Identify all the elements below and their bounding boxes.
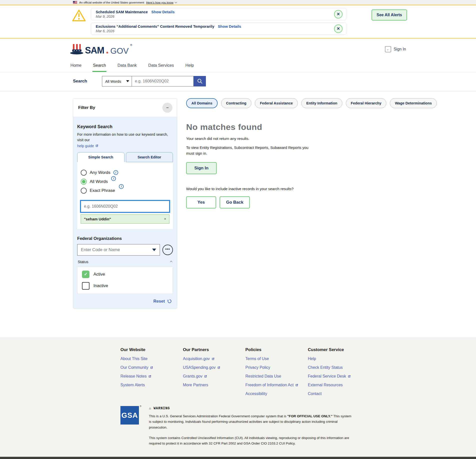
select-caret-icon (126, 80, 129, 82)
chevron-up-icon (170, 261, 172, 263)
footer-link[interactable]: External Resources (308, 383, 375, 387)
external-link-icon (150, 366, 153, 369)
footer-link[interactable]: Grants.gov (183, 374, 245, 379)
nav-item-search[interactable]: Search (92, 60, 106, 72)
footer-link-columns: Our Website About This Site Our Communit… (120, 347, 476, 396)
logo-star-icon: ★ (106, 51, 109, 55)
collapse-filters-button[interactable]: − (162, 103, 172, 113)
checkbox-label: Active (93, 272, 105, 277)
close-icon[interactable]: ✕ (334, 24, 343, 33)
checkbox-row-active[interactable]: ✓ Active (82, 271, 168, 278)
go-back-button[interactable]: Go Back (220, 196, 250, 208)
domain-chip-federal-assistance[interactable]: Federal Assistance (255, 98, 298, 108)
uncle-sam-hat-icon (70, 43, 83, 55)
show-details-link[interactable]: Show Details (218, 24, 241, 28)
filter-panel-body: Keyword Search For more information on h… (73, 117, 177, 308)
top-search-bar: Search All Words (0, 72, 476, 91)
tab-search-editor[interactable]: Search Editor (126, 152, 173, 162)
nav-item-help[interactable]: Help (185, 60, 194, 72)
header-sign-in-link[interactable]: ← Sign In (385, 46, 406, 52)
more-options-button[interactable]: ••• (162, 245, 173, 255)
footer-link[interactable]: Terms of Use (245, 357, 308, 361)
footer-link[interactable]: More Partners (183, 383, 245, 387)
external-link-icon (95, 144, 98, 147)
close-icon[interactable]: ✕ (334, 10, 343, 18)
footer-link[interactable]: System Alerts (120, 383, 183, 387)
remove-chip-icon[interactable]: × (164, 217, 166, 221)
federal-organizations-row: Enter Code or Name ••• (77, 244, 173, 256)
logo-text-gov: GOV (110, 47, 129, 55)
footer-column-heading: Our Partners (183, 347, 245, 352)
info-icon[interactable]: i (113, 170, 118, 175)
external-link-icon (148, 375, 151, 378)
footer-link[interactable]: Privacy Policy (245, 365, 308, 370)
sign-in-button[interactable]: Sign In (186, 162, 217, 174)
keyword-search-heading: Keyword Search (77, 124, 173, 129)
keyword-search-tabs: Simple Search Search Editor (77, 152, 173, 162)
radio-all-words[interactable] (81, 179, 87, 185)
reset-filters-link[interactable]: Reset (77, 299, 173, 304)
search-mode-select[interactable]: All Words (102, 76, 132, 86)
gsa-logo: GSA ® (120, 406, 139, 446)
footer-link[interactable]: Acquisition.gov (183, 357, 245, 361)
radio-any-words[interactable] (81, 170, 87, 176)
info-icon[interactable]: i (111, 176, 116, 181)
footer-link[interactable]: Restricted Data Use (245, 374, 308, 379)
gsa-warning-section: GSA ® ⚠ WARNING This is a U.S. General S… (120, 406, 476, 457)
nav-item-data-services[interactable]: Data Services (148, 60, 174, 72)
help-guide-link[interactable]: help guide (77, 144, 98, 148)
alert-item: Scheduled SAM Maintenance Show Details M… (91, 8, 346, 20)
footer-link[interactable]: Help (308, 357, 375, 361)
footer-link[interactable]: Accessibility (245, 392, 308, 396)
sam-gov-logo[interactable]: SAM★GOV® (70, 43, 132, 55)
warning-paragraph-2: This system contains Controlled Unclassi… (149, 435, 353, 447)
footer-column-customer-service: Customer Service Help Check Entity Statu… (308, 347, 375, 396)
footer-link[interactable]: Check Entity Status (308, 365, 375, 370)
show-details-link[interactable]: Show Details (151, 10, 174, 14)
radio-label: All Words (90, 179, 108, 184)
no-results-text: Your search did not return any results. (186, 136, 437, 141)
footer-link[interactable]: USASpending.gov (183, 365, 245, 370)
info-icon[interactable]: i (119, 184, 124, 189)
status-section-header[interactable]: Status (77, 260, 173, 264)
domain-chip-entity-information[interactable]: Entity Information (301, 98, 342, 108)
checkbox-active[interactable]: ✓ (82, 271, 89, 278)
keyword-search-input[interactable] (81, 201, 169, 212)
footer-link[interactable]: About This Site (120, 357, 183, 361)
search-label: Search (73, 79, 102, 84)
combobox-placeholder: Enter Code or Name (81, 247, 120, 252)
footer-link[interactable]: Federal Service Desk (308, 374, 375, 379)
yes-button[interactable]: Yes (186, 196, 216, 208)
identifier-footer: SAM.gov An official website of the U.S. … (0, 457, 476, 459)
status-options-card: ✓ Active Inactive (77, 266, 173, 294)
filter-panel-header: Filter By − (73, 98, 177, 117)
domain-chip-federal-hierarchy[interactable]: Federal Hierarchy (346, 98, 387, 108)
top-search-input[interactable] (132, 76, 194, 86)
how-you-know-link[interactable]: Here’s how you know (146, 1, 176, 4)
nav-item-home[interactable]: Home (70, 60, 82, 72)
see-all-alerts-button[interactable]: See All Alerts (372, 9, 407, 20)
radio-row-exact-phrase: Exact Phrase i (81, 188, 169, 194)
main-nav: Home Search Data Bank Data Services Help (0, 60, 476, 72)
domain-chip-wage-determinations[interactable]: Wage Determinations (390, 98, 437, 108)
site-header: SAM★GOV® ← Sign In (0, 38, 476, 60)
domain-chip-all-domains[interactable]: All Domains (186, 98, 218, 108)
federal-organizations-combobox[interactable]: Enter Code or Name (77, 244, 160, 256)
nav-item-data-bank[interactable]: Data Bank (117, 60, 137, 72)
footer-link[interactable]: Contact (308, 392, 375, 396)
alerts-section: Scheduled SAM Maintenance Show Details M… (0, 5, 476, 38)
tab-simple-search[interactable]: Simple Search (77, 152, 124, 162)
footer-link[interactable]: Release Notes (120, 374, 183, 379)
footer-link[interactable]: Our Community (120, 365, 183, 370)
sign-in-arrow-icon: ← (385, 46, 391, 52)
include-inactive-question: Would you like to include inactive recor… (186, 187, 437, 191)
radio-row-any-words: Any Words i (81, 170, 169, 176)
footer-link[interactable]: Freedom of Information Act (245, 383, 308, 387)
footer-column-heading: Our Website (120, 347, 183, 352)
domain-chip-contracting[interactable]: Contracting (221, 98, 251, 108)
filter-title: Filter By (78, 105, 95, 110)
radio-exact-phrase[interactable] (81, 188, 87, 194)
checkbox-row-inactive[interactable]: Inactive (82, 282, 168, 290)
checkbox-inactive[interactable] (82, 282, 89, 290)
search-submit-button[interactable] (194, 76, 206, 86)
